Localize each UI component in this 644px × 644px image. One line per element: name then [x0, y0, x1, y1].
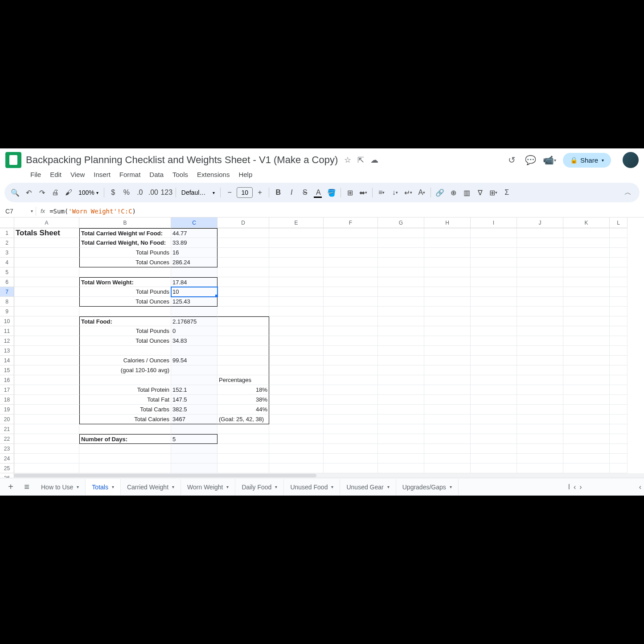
cell-E6[interactable] [269, 277, 324, 287]
row-header-19[interactable]: 19 [0, 405, 14, 414]
cell-C14[interactable]: 99.54 [171, 356, 217, 365]
cell-D22[interactable] [217, 434, 269, 444]
cell-H10[interactable] [424, 316, 471, 326]
cell-B3[interactable]: Total Pounds [79, 248, 171, 258]
cell-G15[interactable] [378, 365, 424, 375]
cell-K19[interactable] [563, 405, 610, 414]
cloud-status-icon[interactable]: ☁ [370, 155, 378, 165]
cell-B9[interactable] [79, 307, 171, 316]
cell-D13[interactable] [217, 346, 269, 356]
cell-H19[interactable] [424, 405, 471, 414]
cell-D17[interactable]: 18% [217, 385, 269, 395]
cell-I9[interactable] [471, 307, 517, 316]
cell-I5[interactable] [471, 267, 517, 277]
cell-A3[interactable] [14, 248, 79, 258]
menu-view[interactable]: View [67, 169, 88, 180]
cell-C8[interactable]: 125.43 [171, 297, 217, 307]
cell-A20[interactable] [14, 414, 79, 424]
cell-G1[interactable] [378, 228, 424, 238]
cell-E3[interactable] [269, 248, 324, 258]
cell-J5[interactable] [517, 267, 563, 277]
cell-J11[interactable] [517, 326, 563, 336]
cell-A7[interactable] [14, 287, 79, 297]
explore-collapse-icon[interactable]: ‹ [639, 483, 641, 491]
cell-G11[interactable] [378, 326, 424, 336]
row-header-17[interactable]: 17 [0, 385, 14, 395]
cell-B5[interactable] [79, 267, 171, 277]
cell-D9[interactable] [217, 307, 269, 316]
cell-F1[interactable] [324, 228, 378, 238]
cell-G5[interactable] [378, 267, 424, 277]
cell-C13[interactable] [171, 346, 217, 356]
cell-F22[interactable] [324, 434, 378, 444]
cell-L17[interactable] [610, 385, 628, 395]
cell-K24[interactable] [563, 454, 610, 464]
cell-F24[interactable] [324, 454, 378, 464]
cell-E12[interactable] [269, 336, 324, 346]
cell-A2[interactable] [14, 238, 79, 248]
cell-F8[interactable] [324, 297, 378, 307]
cell-B20[interactable]: Total Calories [79, 414, 171, 424]
chevron-down-icon[interactable]: ▾ [331, 484, 333, 489]
cell-H17[interactable] [424, 385, 471, 395]
cell-B18[interactable]: Total Fat [79, 395, 171, 405]
cell-A10[interactable] [14, 316, 79, 326]
cell-A8[interactable] [14, 297, 79, 307]
cell-G19[interactable] [378, 405, 424, 414]
row-header-13[interactable]: 13 [0, 346, 14, 356]
row-header-15[interactable]: 15 [0, 365, 14, 375]
text-color-icon[interactable]: A [312, 186, 324, 199]
strikethrough-icon[interactable]: S [299, 186, 311, 199]
bold-icon[interactable]: B [272, 186, 284, 199]
cell-G3[interactable] [378, 248, 424, 258]
row-header-26[interactable]: 26 [0, 473, 14, 478]
cell-D20[interactable]: (Goal: 25, 42, 38) [217, 414, 269, 424]
row-header-3[interactable]: 3 [0, 248, 14, 258]
cell-C20[interactable]: 3467 [171, 414, 217, 424]
cell-H18[interactable] [424, 395, 471, 405]
cell-K6[interactable] [563, 277, 610, 287]
cell-K17[interactable] [563, 385, 610, 395]
cell-I3[interactable] [471, 248, 517, 258]
sheet-tab[interactable]: Upgrades/Gaps▾ [396, 479, 459, 495]
cell-A14[interactable] [14, 356, 79, 365]
cell-E10[interactable] [269, 316, 324, 326]
cell-L8[interactable] [610, 297, 628, 307]
cell-G12[interactable] [378, 336, 424, 346]
cell-E7[interactable] [269, 287, 324, 297]
percent-icon[interactable]: % [120, 186, 133, 199]
cell-H21[interactable] [424, 424, 471, 434]
cell-J13[interactable] [517, 346, 563, 356]
cell-J7[interactable] [517, 287, 563, 297]
cell-C24[interactable] [171, 454, 217, 464]
cell-G4[interactable] [378, 258, 424, 267]
cell-F18[interactable] [324, 395, 378, 405]
sheet-tab[interactable]: Unused Food▾ [284, 479, 340, 495]
sheet-tab[interactable]: Worn Weight▾ [181, 479, 235, 495]
cell-L7[interactable] [610, 287, 628, 297]
cell-J4[interactable] [517, 258, 563, 267]
cell-C18[interactable]: 147.5 [171, 395, 217, 405]
cell-G8[interactable] [378, 297, 424, 307]
cell-L3[interactable] [610, 248, 628, 258]
cell-K5[interactable] [563, 267, 610, 277]
cell-C9[interactable] [171, 307, 217, 316]
cell-A4[interactable] [14, 258, 79, 267]
cell-K2[interactable] [563, 238, 610, 248]
cell-I25[interactable] [471, 464, 517, 473]
cell-C17[interactable]: 152.1 [171, 385, 217, 395]
cell-F7[interactable] [324, 287, 378, 297]
cell-F25[interactable] [324, 464, 378, 473]
cell-G13[interactable] [378, 346, 424, 356]
row-header-6[interactable]: 6 [0, 277, 14, 287]
italic-icon[interactable]: I [285, 186, 298, 199]
cell-H3[interactable] [424, 248, 471, 258]
tab-scroll-left-icon[interactable]: ‹ [574, 483, 576, 491]
col-header-I[interactable]: I [471, 217, 517, 228]
cell-K16[interactable] [563, 375, 610, 385]
cell-D6[interactable] [217, 277, 269, 287]
cell-F14[interactable] [324, 356, 378, 365]
col-header-J[interactable]: J [517, 217, 563, 228]
increase-decimal-icon[interactable]: .00 [147, 186, 160, 199]
cell-E4[interactable] [269, 258, 324, 267]
